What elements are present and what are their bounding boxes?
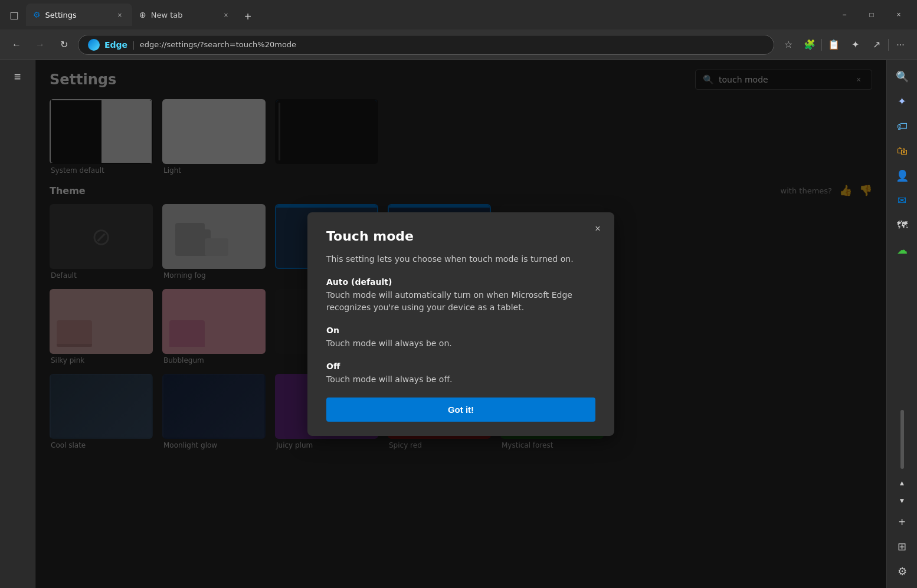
- edge-logo: [88, 39, 100, 51]
- modal-title: Touch mode: [326, 229, 595, 244]
- right-cloud-button[interactable]: ☁: [890, 238, 914, 262]
- modal-on-desc: Touch mode will always be on.: [326, 337, 595, 350]
- right-sidebar: 🔍 ✦ 🏷 🛍 👤 ✉ 🗺 ☁ ▲ ▼ + ⊞ ⚙: [886, 60, 917, 588]
- tab-settings-close[interactable]: ×: [114, 9, 125, 20]
- minimize-button[interactable]: −: [831, 5, 858, 24]
- got-it-button[interactable]: Got it!: [326, 398, 595, 422]
- newtab-icon: ⊕: [139, 10, 146, 19]
- settings-sidebar: ≡: [0, 60, 35, 588]
- modal-overlay[interactable]: × Touch mode This setting lets you choos…: [35, 60, 886, 588]
- right-settings-button[interactable]: ⚙: [890, 560, 914, 583]
- tab-newtab[interactable]: ⊕ New tab ×: [132, 4, 238, 26]
- right-office-button[interactable]: 👤: [890, 164, 914, 188]
- url-display: edge://settings/?search=touch%20mode: [140, 40, 296, 49]
- modal-off-section: Off Touch mode will always be off.: [326, 362, 595, 386]
- modal-auto-title: Auto (default): [326, 277, 595, 287]
- right-bing-maps-button[interactable]: 🗺: [890, 213, 914, 237]
- right-favorites-button[interactable]: 🏷: [890, 114, 914, 138]
- copilot-button[interactable]: ✦: [846, 35, 864, 54]
- tab-settings-label: Settings: [45, 11, 77, 19]
- settings-tab-icon: ⚙: [33, 10, 41, 19]
- extensions-button[interactable]: 🧩: [800, 35, 819, 54]
- tabs-row: ⚙ Settings × ⊕ New tab × +: [26, 4, 828, 26]
- back-button[interactable]: ←: [7, 35, 26, 54]
- right-outlook-button[interactable]: ✉: [890, 189, 914, 212]
- close-button[interactable]: ×: [885, 5, 912, 24]
- modal-on-title: On: [326, 326, 595, 335]
- modal-off-title: Off: [326, 362, 595, 371]
- refresh-button[interactable]: ↻: [54, 35, 73, 54]
- separator-1: [821, 39, 822, 51]
- favorites-button[interactable]: ☆: [779, 35, 798, 54]
- modal-auto-section: Auto (default) Touch mode will automatic…: [326, 277, 595, 314]
- sidebar-toggle-btn[interactable]: □: [5, 5, 24, 24]
- address-separator: |: [132, 40, 135, 50]
- address-input[interactable]: Edge | edge://settings/?search=touch%20m…: [78, 35, 774, 55]
- modal-off-desc: Touch mode will always be off.: [326, 373, 595, 386]
- modal-description: This setting lets you choose when touch …: [326, 253, 595, 265]
- modal-on-section: On Touch mode will always be on.: [326, 326, 595, 350]
- share-button[interactable]: ↗: [867, 35, 886, 54]
- sidebar-menu-button[interactable]: ≡: [6, 65, 30, 88]
- right-copilot-button[interactable]: ✦: [890, 90, 914, 113]
- maximize-button[interactable]: □: [858, 5, 885, 24]
- right-search-button[interactable]: 🔍: [890, 65, 914, 88]
- right-scrollbar: [900, 410, 904, 469]
- toolbar-icons: ☆ 🧩 📋 ✦ ↗ ···: [779, 35, 910, 54]
- scroll-up-button[interactable]: ▲: [890, 475, 914, 491]
- more-button[interactable]: ···: [891, 35, 910, 54]
- separator-2: [888, 39, 889, 51]
- title-bar: □ ⚙ Settings × ⊕ New tab × + − □ ×: [0, 0, 917, 29]
- address-bar: ← → ↻ Edge | edge://settings/?search=tou…: [0, 29, 917, 60]
- window-controls: − □ ×: [831, 5, 912, 24]
- tab-newtab-label: New tab: [151, 11, 183, 19]
- main-layout: ≡ Settings 🔍 touch mode × System defaul: [0, 60, 917, 588]
- right-add-button[interactable]: +: [890, 510, 914, 534]
- settings-content: Settings 🔍 touch mode × System default: [35, 60, 886, 588]
- tab-newtab-close[interactable]: ×: [221, 9, 231, 20]
- new-tab-button[interactable]: +: [238, 7, 257, 26]
- modal-auto-desc: Touch mode will automatically turn on wh…: [326, 289, 595, 314]
- right-expand-button[interactable]: ⊞: [890, 535, 914, 559]
- brand-label: Edge: [104, 40, 127, 50]
- modal-close-button[interactable]: ×: [588, 219, 607, 238]
- scroll-down-button[interactable]: ▼: [890, 492, 914, 509]
- collections-button[interactable]: 📋: [824, 35, 843, 54]
- forward-button[interactable]: →: [31, 35, 50, 54]
- right-collections-button[interactable]: 🛍: [890, 139, 914, 163]
- tab-settings[interactable]: ⚙ Settings ×: [26, 4, 132, 26]
- touch-mode-modal: × Touch mode This setting lets you choos…: [307, 212, 614, 436]
